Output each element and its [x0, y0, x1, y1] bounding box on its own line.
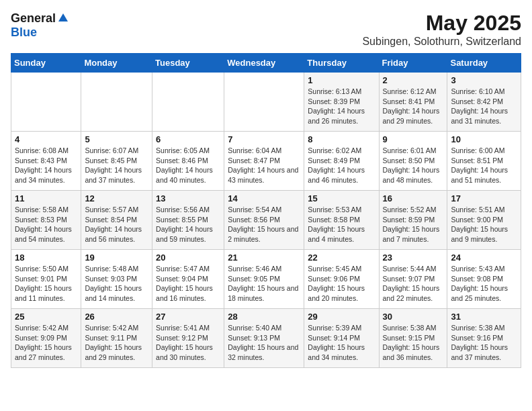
cell-number: 10 [451, 134, 517, 144]
cell-info: Sunrise: 5:45 AMSunset: 9:06 PMDaylight:… [308, 264, 375, 304]
cell-number: 30 [383, 312, 444, 322]
cell-number: 22 [308, 253, 375, 263]
cell-info: Sunrise: 6:08 AMSunset: 8:43 PMDaylight:… [15, 146, 77, 185]
calendar-week-1: 1Sunrise: 6:13 AMSunset: 8:39 PMDaylight… [11, 73, 521, 132]
logo-icon [57, 11, 69, 26]
calendar-week-2: 4Sunrise: 6:08 AMSunset: 8:43 PMDaylight… [11, 132, 521, 191]
cell-number: 3 [451, 75, 517, 85]
calendar-cell: 10Sunrise: 6:00 AMSunset: 8:51 PMDayligh… [447, 132, 521, 191]
calendar-cell: 28Sunrise: 5:40 AMSunset: 9:13 PMDayligh… [224, 309, 304, 368]
calendar-cell: 5Sunrise: 6:07 AMSunset: 8:45 PMDaylight… [81, 132, 152, 191]
calendar-cell [224, 73, 304, 132]
calendar-cell: 12Sunrise: 5:57 AMSunset: 8:54 PMDayligh… [81, 191, 152, 250]
day-header-tuesday: Tuesday [152, 54, 224, 73]
calendar-week-3: 11Sunrise: 5:58 AMSunset: 8:53 PMDayligh… [11, 191, 521, 250]
cell-info: Sunrise: 5:56 AMSunset: 8:55 PMDaylight:… [156, 205, 220, 244]
calendar-cell: 11Sunrise: 5:58 AMSunset: 8:53 PMDayligh… [11, 191, 81, 250]
cell-info: Sunrise: 5:42 AMSunset: 9:11 PMDaylight:… [85, 323, 148, 363]
cell-info: Sunrise: 5:43 AMSunset: 9:08 PMDaylight:… [451, 264, 517, 304]
cell-info: Sunrise: 5:50 AMSunset: 9:01 PMDaylight:… [15, 264, 77, 304]
cell-info: Sunrise: 5:42 AMSunset: 9:09 PMDaylight:… [15, 323, 77, 363]
cell-number: 15 [308, 193, 375, 203]
calendar-cell: 4Sunrise: 6:08 AMSunset: 8:43 PMDaylight… [11, 132, 81, 191]
calendar-cell [152, 73, 224, 132]
calendar-title: May 2025 [362, 11, 521, 36]
logo-general: General [11, 11, 56, 26]
cell-number: 11 [15, 193, 77, 203]
calendar-cell [81, 73, 152, 132]
cell-info: Sunrise: 5:57 AMSunset: 8:54 PMDaylight:… [85, 205, 148, 244]
cell-info: Sunrise: 5:46 AMSunset: 9:05 PMDaylight:… [228, 264, 300, 304]
calendar-cell: 17Sunrise: 5:51 AMSunset: 9:00 PMDayligh… [447, 191, 521, 250]
cell-number: 17 [451, 193, 517, 203]
cell-info: Sunrise: 5:40 AMSunset: 9:13 PMDaylight:… [228, 323, 300, 363]
calendar-cell: 15Sunrise: 5:53 AMSunset: 8:58 PMDayligh… [304, 191, 379, 250]
cell-info: Sunrise: 5:41 AMSunset: 9:12 PMDaylight:… [156, 323, 220, 363]
cell-number: 20 [156, 253, 220, 263]
cell-number: 13 [156, 193, 220, 203]
cell-number: 24 [451, 253, 517, 263]
calendar-cell: 1Sunrise: 6:13 AMSunset: 8:39 PMDaylight… [304, 73, 379, 132]
calendar-cell: 22Sunrise: 5:45 AMSunset: 9:06 PMDayligh… [304, 250, 379, 309]
logo: General Blue [11, 11, 69, 40]
days-header-row: SundayMondayTuesdayWednesdayThursdayFrid… [11, 54, 521, 73]
cell-number: 31 [451, 312, 517, 322]
title-block: May 2025 Subingen, Solothurn, Switzerlan… [362, 11, 521, 48]
cell-info: Sunrise: 5:52 AMSunset: 8:59 PMDaylight:… [383, 205, 444, 244]
cell-info: Sunrise: 5:51 AMSunset: 9:00 PMDaylight:… [451, 205, 517, 244]
calendar-cell: 25Sunrise: 5:42 AMSunset: 9:09 PMDayligh… [11, 309, 81, 368]
calendar-subtitle: Subingen, Solothurn, Switzerland [362, 36, 521, 48]
calendar-cell: 24Sunrise: 5:43 AMSunset: 9:08 PMDayligh… [447, 250, 521, 309]
day-header-wednesday: Wednesday [224, 54, 304, 73]
calendar-body: 1Sunrise: 6:13 AMSunset: 8:39 PMDaylight… [11, 73, 521, 368]
calendar-table: SundayMondayTuesdayWednesdayThursdayFrid… [11, 53, 521, 368]
calendar-cell: 3Sunrise: 6:10 AMSunset: 8:42 PMDaylight… [447, 73, 521, 132]
day-header-sunday: Sunday [11, 54, 81, 73]
calendar-cell: 13Sunrise: 5:56 AMSunset: 8:55 PMDayligh… [152, 191, 224, 250]
calendar-cell: 31Sunrise: 5:38 AMSunset: 9:16 PMDayligh… [447, 309, 521, 368]
cell-number: 6 [156, 134, 220, 144]
logo-blue: Blue [11, 26, 37, 39]
calendar-cell: 19Sunrise: 5:48 AMSunset: 9:03 PMDayligh… [81, 250, 152, 309]
calendar-cell: 21Sunrise: 5:46 AMSunset: 9:05 PMDayligh… [224, 250, 304, 309]
day-header-thursday: Thursday [304, 54, 379, 73]
cell-number: 9 [383, 134, 444, 144]
cell-info: Sunrise: 5:47 AMSunset: 9:04 PMDaylight:… [156, 264, 220, 304]
cell-number: 16 [383, 193, 444, 203]
calendar-cell: 16Sunrise: 5:52 AMSunset: 8:59 PMDayligh… [379, 191, 447, 250]
day-header-monday: Monday [81, 54, 152, 73]
cell-number: 23 [383, 253, 444, 263]
calendar-week-4: 18Sunrise: 5:50 AMSunset: 9:01 PMDayligh… [11, 250, 521, 309]
calendar-cell: 2Sunrise: 6:12 AMSunset: 8:41 PMDaylight… [379, 73, 447, 132]
cell-number: 18 [15, 253, 77, 263]
cell-info: Sunrise: 6:00 AMSunset: 8:51 PMDaylight:… [451, 146, 517, 185]
cell-number: 4 [15, 134, 77, 144]
cell-info: Sunrise: 5:44 AMSunset: 9:07 PMDaylight:… [383, 264, 444, 304]
calendar-cell: 23Sunrise: 5:44 AMSunset: 9:07 PMDayligh… [379, 250, 447, 309]
calendar-cell: 6Sunrise: 6:05 AMSunset: 8:46 PMDaylight… [152, 132, 224, 191]
cell-number: 29 [308, 312, 375, 322]
calendar-cell: 14Sunrise: 5:54 AMSunset: 8:56 PMDayligh… [224, 191, 304, 250]
cell-info: Sunrise: 6:05 AMSunset: 8:46 PMDaylight:… [156, 146, 220, 185]
cell-info: Sunrise: 6:02 AMSunset: 8:49 PMDaylight:… [308, 146, 375, 185]
calendar-cell: 9Sunrise: 6:01 AMSunset: 8:50 PMDaylight… [379, 132, 447, 191]
cell-info: Sunrise: 5:38 AMSunset: 9:16 PMDaylight:… [451, 323, 517, 363]
cell-number: 21 [228, 253, 300, 263]
calendar-week-5: 25Sunrise: 5:42 AMSunset: 9:09 PMDayligh… [11, 309, 521, 368]
cell-number: 8 [308, 134, 375, 144]
calendar-cell [11, 73, 81, 132]
cell-number: 1 [308, 75, 375, 85]
calendar-cell: 30Sunrise: 5:38 AMSunset: 9:15 PMDayligh… [379, 309, 447, 368]
cell-number: 26 [85, 312, 148, 322]
cell-number: 2 [383, 75, 444, 85]
calendar-cell: 18Sunrise: 5:50 AMSunset: 9:01 PMDayligh… [11, 250, 81, 309]
calendar-cell: 20Sunrise: 5:47 AMSunset: 9:04 PMDayligh… [152, 250, 224, 309]
cell-info: Sunrise: 6:10 AMSunset: 8:42 PMDaylight:… [451, 87, 517, 126]
calendar-cell: 29Sunrise: 5:39 AMSunset: 9:14 PMDayligh… [304, 309, 379, 368]
calendar-cell: 27Sunrise: 5:41 AMSunset: 9:12 PMDayligh… [152, 309, 224, 368]
cell-number: 5 [85, 134, 148, 144]
cell-info: Sunrise: 5:48 AMSunset: 9:03 PMDaylight:… [85, 264, 148, 304]
cell-info: Sunrise: 6:07 AMSunset: 8:45 PMDaylight:… [85, 146, 148, 185]
cell-info: Sunrise: 6:04 AMSunset: 8:47 PMDaylight:… [228, 146, 300, 185]
svg-marker-0 [58, 13, 68, 21]
